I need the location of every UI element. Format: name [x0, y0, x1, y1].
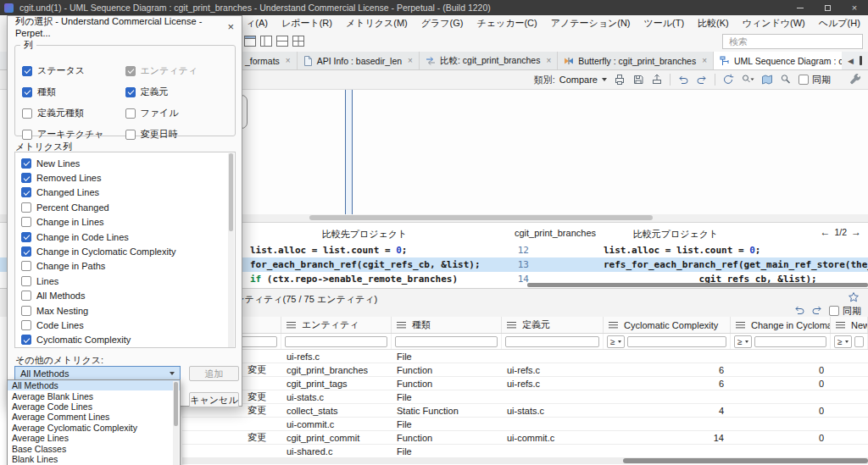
next-diff-icon[interactable]: →	[851, 226, 861, 238]
table-row[interactable]: 変更collect_statsStatic Functionui-stats.c…	[182, 404, 868, 418]
column-header-change[interactable]: Change in Cyclomatic Com	[731, 317, 831, 333]
back-icon[interactable]	[793, 304, 805, 318]
kind-select[interactable]: 類別: Compare	[534, 74, 607, 86]
column-menu-icon[interactable]	[736, 321, 745, 329]
filter-operator-dropdown[interactable]: ≥	[734, 335, 752, 348]
metric-checkbox[interactable]: New Lines	[21, 156, 235, 170]
tab-scroll-left-icon[interactable]: ◀	[848, 57, 854, 65]
search-input[interactable]	[722, 34, 863, 49]
sync-toggle[interactable]: 同期	[798, 74, 831, 86]
menu-item[interactable]: レポート(R)	[275, 17, 339, 30]
filter-input-newl[interactable]	[854, 336, 865, 347]
column-header-def[interactable]: 定義元	[502, 317, 604, 333]
table-row[interactable]: ui-shared.cFile	[182, 445, 868, 458]
minimize-button[interactable]	[787, 0, 814, 15]
metric-checkbox[interactable]: Change in Paths	[21, 259, 235, 274]
metric-checkbox[interactable]: Change in Cyclomatic Complexity	[21, 244, 235, 258]
star-icon[interactable]	[848, 291, 860, 303]
metric-checkbox[interactable]: Removed Lines	[21, 170, 235, 185]
column-checkbox[interactable]: エンティティ	[125, 64, 229, 77]
prev-diff-icon[interactable]: ←	[820, 226, 830, 238]
column-checkbox[interactable]: 定義元	[125, 86, 229, 98]
menu-item[interactable]: メトリクス(M)	[339, 17, 415, 30]
table-row[interactable]: 変更ui-stats.cFile	[182, 390, 868, 404]
table-row[interactable]: ui-commit.cFile	[182, 418, 868, 431]
metric-checkbox[interactable]: Changed Lines	[21, 185, 235, 200]
column-checkbox[interactable]: アーキテクチャ	[22, 128, 125, 141]
metric-checkbox[interactable]: Lines	[21, 274, 235, 288]
column-checkbox[interactable]: ファイル	[125, 107, 229, 119]
forward-icon[interactable]	[811, 304, 823, 318]
tab[interactable]: API Info : basedir_len×	[298, 52, 420, 69]
window-layout2-icon[interactable]	[260, 36, 272, 48]
column-checkbox[interactable]: 種類	[22, 86, 125, 98]
metric-checkbox[interactable]: Max Nesting	[21, 303, 235, 318]
column-checkbox[interactable]: 定義元種類	[22, 107, 125, 119]
column-menu-icon[interactable]	[507, 321, 516, 329]
dropdown-item[interactable]: Average Lines	[8, 433, 180, 443]
table-hscrollbar-thumb[interactable]	[623, 458, 868, 463]
tab-close-icon[interactable]: ×	[408, 56, 413, 65]
column-menu-icon[interactable]	[836, 321, 845, 329]
tab[interactable]: Butterfly : cgit_print_branches×	[558, 52, 714, 69]
dropdown-item[interactable]: Average Blank Lines	[8, 390, 180, 401]
filter-operator-dropdown[interactable]: ≥	[607, 335, 625, 348]
menu-item[interactable]: アノテーション(N)	[544, 17, 637, 30]
add-button[interactable]: 追加	[189, 366, 239, 381]
dialog-close-icon[interactable]: ×	[227, 21, 234, 32]
filter-input-def[interactable]	[505, 336, 599, 347]
menu-item[interactable]: ツール(T)	[637, 17, 692, 30]
metrics-scrollbar-thumb[interactable]	[229, 153, 233, 231]
menu-item[interactable]: 比較(K)	[691, 17, 736, 30]
tab-close-icon[interactable]: ×	[702, 56, 707, 65]
menu-item[interactable]: ヘルプ(H)	[812, 17, 867, 30]
metric-checkbox[interactable]: Code Lines	[21, 318, 235, 332]
tab-close-icon[interactable]: ×	[286, 56, 291, 65]
redo-icon[interactable]	[696, 74, 708, 86]
column-menu-icon[interactable]	[609, 321, 618, 329]
dropdown-item[interactable]: Average Comment Lines	[8, 412, 180, 422]
tab[interactable]: 比較: cgit_print_branches×	[420, 52, 558, 69]
menu-item[interactable]: ウィンドウ(W)	[736, 17, 812, 30]
printer-icon[interactable]	[614, 74, 626, 86]
metric-checkbox[interactable]: All Methods	[21, 289, 235, 303]
metric-checkbox[interactable]: Cyclomatic Complexity	[21, 333, 235, 347]
dropdown-item[interactable]: Average Code Lines	[8, 401, 180, 412]
dropdown-item[interactable]: Average Cyclomatic Complexity	[8, 423, 180, 433]
menu-item[interactable]: ィ(A)	[239, 17, 275, 30]
metric-checkbox[interactable]: Change in Code Lines	[21, 230, 235, 244]
zoom-select-icon[interactable]	[741, 74, 754, 86]
diagram-hscrollbar-thumb[interactable]	[309, 215, 653, 220]
column-menu-icon[interactable]	[287, 321, 296, 329]
metric-checkbox[interactable]: Percent Changed	[21, 200, 235, 214]
metric-checkbox[interactable]: Change in Lines	[21, 215, 235, 230]
dropdown-item[interactable]: Blank Lines	[8, 454, 180, 464]
zoom-in-icon[interactable]	[780, 74, 792, 86]
entity-sync-toggle[interactable]: 同期	[829, 305, 861, 318]
maximize-button[interactable]	[814, 0, 841, 15]
filter-input-kind[interactable]	[395, 336, 498, 347]
menu-item[interactable]: チェッカー(C)	[470, 17, 543, 30]
compare-hscrollbar-thumb[interactable]	[527, 283, 868, 287]
filter-input-cyclo[interactable]	[627, 336, 727, 347]
column-checkbox[interactable]: 変更日時	[125, 128, 229, 141]
column-menu-icon[interactable]	[397, 321, 406, 329]
filter-operator-dropdown[interactable]: ≥	[834, 335, 852, 348]
dropdown-item[interactable]: Base Classes	[8, 443, 180, 453]
tab-close-icon[interactable]: ×	[546, 56, 551, 65]
column-header-cyclo[interactable]: Cyclomatic Complexity	[604, 317, 731, 333]
refresh-icon[interactable]	[722, 74, 734, 86]
table-row[interactable]: cgit_print_tagsFunctionui-refs.c60	[182, 377, 868, 390]
cancel-button[interactable]: キャンセル	[189, 392, 239, 407]
tab-list-icon[interactable]	[860, 56, 862, 65]
column-header-kind[interactable]: 種類	[392, 317, 502, 333]
map-icon[interactable]	[761, 74, 773, 86]
column-header-entity[interactable]: エンティティ	[281, 317, 392, 333]
window-layout4-icon[interactable]	[292, 36, 304, 48]
window-layout1-icon[interactable]	[244, 36, 256, 48]
column-header-newl[interactable]: New L	[831, 317, 868, 333]
filter-input-entity[interactable]	[285, 336, 387, 347]
table-row[interactable]: 変更cgit_print_commitFunctionui-commit.c14…	[182, 431, 868, 445]
table-row[interactable]: ui-refs.cFile	[182, 350, 868, 363]
close-button[interactable]: ×	[841, 0, 868, 15]
